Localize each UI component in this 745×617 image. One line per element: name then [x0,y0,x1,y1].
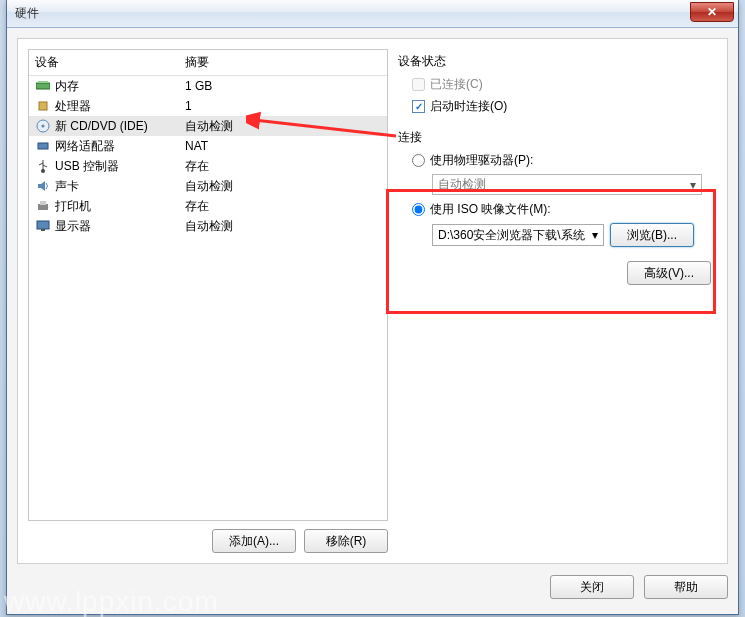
monitor-icon [35,218,51,234]
device-summary: 存在 [185,198,381,215]
device-summary: 1 [185,99,381,113]
svg-marker-7 [38,181,45,191]
device-summary: 自动检测 [185,218,381,235]
radio-physical-input[interactable] [412,154,425,167]
dialog-footer: 关闭 帮助 [17,570,728,604]
svg-rect-11 [41,229,45,231]
table-row[interactable]: USB 控制器 存在 [29,156,387,176]
cd-icon [35,118,51,134]
table-row[interactable]: 内存 1 GB [29,76,387,96]
checked-icon: ✓ [412,100,425,113]
window-title: 硬件 [15,5,39,22]
add-button[interactable]: 添加(A)... [212,529,296,553]
table-row[interactable]: 新 CD/DVD (IDE) 自动检测 [29,116,387,136]
checkbox-connected: 已连接(C) [412,76,717,93]
device-name: 声卡 [55,178,79,195]
radio-physical[interactable]: 使用物理驱动器(P): [412,152,717,169]
radio-iso[interactable]: 使用 ISO 映像文件(M): [412,201,717,218]
device-list[interactable]: 设备 摘要 内存 1 GB [28,49,388,521]
connection-group: 连接 使用物理驱动器(P): 自动检测 ▾ 使用 ISO 映像文件(M): [398,129,717,285]
checkbox-connected-input [412,78,425,91]
device-summary: 自动检测 [185,178,381,195]
checkbox-connect-on-power[interactable]: ✓ 启动时连接(O) [412,98,717,115]
content-panel: 设备 摘要 内存 1 GB [17,38,728,564]
remove-button[interactable]: 移除(R) [304,529,388,553]
header-device: 设备 [35,54,185,71]
table-row[interactable]: 打印机 存在 [29,196,387,216]
titlebar: 硬件 ✕ [7,0,738,28]
close-button[interactable]: ✕ [690,2,734,22]
table-row[interactable]: 网络适配器 NAT [29,136,387,156]
device-summary: 自动检测 [185,118,381,135]
cpu-icon [35,98,51,114]
svg-point-4 [42,125,45,128]
iso-path-combo[interactable]: D:\360安全浏览器下载\系统 ▾ [432,224,604,246]
browse-button[interactable]: 浏览(B)... [610,223,694,247]
svg-rect-2 [39,102,47,110]
device-status-group: 设备状态 已连接(C) ✓ 启动时连接(O) [398,53,717,115]
svg-point-6 [41,169,45,173]
svg-rect-5 [38,143,48,149]
device-name: 显示器 [55,218,91,235]
close-icon: ✕ [707,5,717,19]
device-name: 新 CD/DVD (IDE) [55,118,148,135]
device-summary: 1 GB [185,79,381,93]
physical-drive-combo: 自动检测 ▾ [432,174,702,195]
group-title-connection: 连接 [398,129,717,146]
svg-rect-1 [38,81,48,83]
advanced-button[interactable]: 高级(V)... [627,261,711,285]
svg-rect-9 [40,201,46,205]
device-name: 内存 [55,78,79,95]
group-title-status: 设备状态 [398,53,717,70]
radio-iso-input[interactable] [412,203,425,216]
device-summary: 存在 [185,158,381,175]
table-row[interactable]: 处理器 1 [29,96,387,116]
memory-icon [35,78,51,94]
help-button[interactable]: 帮助 [644,575,728,599]
device-list-header: 设备 摘要 [29,50,387,76]
usb-icon [35,158,51,174]
device-name: 网络适配器 [55,138,115,155]
device-name: 处理器 [55,98,91,115]
device-name: USB 控制器 [55,158,119,175]
header-summary: 摘要 [185,54,381,71]
device-summary: NAT [185,139,381,153]
chevron-down-icon: ▾ [592,228,598,242]
svg-rect-10 [37,221,49,229]
svg-rect-0 [36,83,50,89]
close-dialog-button[interactable]: 关闭 [550,575,634,599]
device-name: 打印机 [55,198,91,215]
printer-icon [35,198,51,214]
table-row[interactable]: 显示器 自动检测 [29,216,387,236]
sound-icon [35,178,51,194]
network-icon [35,138,51,154]
chevron-down-icon: ▾ [690,178,696,192]
table-row[interactable]: 声卡 自动检测 [29,176,387,196]
